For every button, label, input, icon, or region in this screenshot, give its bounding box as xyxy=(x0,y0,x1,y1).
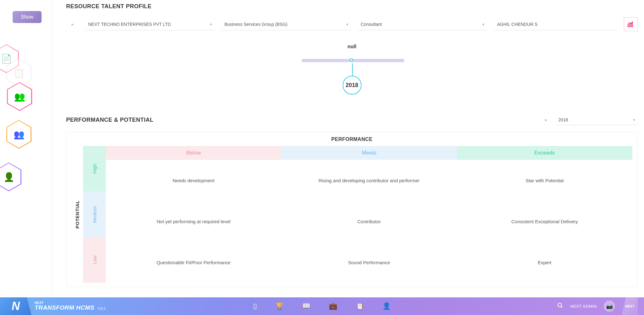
footer-icon-2[interactable]: 🏆 xyxy=(275,302,284,310)
group-dropdown[interactable]: Business Services Group (BSG) xyxy=(221,19,351,30)
row-label-low: Low xyxy=(83,237,106,283)
footer-icon-4[interactable]: 💼 xyxy=(329,302,337,310)
chart-icon[interactable] xyxy=(624,17,638,31)
cell-med-exceeds[interactable]: Consistent Exceptional Delivery xyxy=(457,201,632,242)
main-content: RESOURCE TALENT PROFILE » NEXT TECHNO EN… xyxy=(66,3,638,287)
footer-icon-3[interactable]: 📖 xyxy=(302,302,311,310)
search-icon[interactable] xyxy=(557,302,563,310)
section-title-profile: RESOURCE TALENT PROFILE xyxy=(66,3,638,10)
col-header-meets: Meets xyxy=(281,146,457,160)
person-input[interactable] xyxy=(494,19,618,30)
timeline: 2018 xyxy=(66,59,638,95)
role-dropdown[interactable]: Consultant xyxy=(358,19,488,30)
cell-low-below[interactable]: Questionable Fit/Poor Performance xyxy=(106,242,281,283)
footer-icon-1[interactable]: ▯ xyxy=(253,302,257,310)
footer-corner-logo: NEXT xyxy=(622,297,638,315)
footer-brand-main: TRANSFORM HCMS xyxy=(35,304,94,311)
row-label-medium: Medium xyxy=(83,192,106,237)
timeline-year[interactable]: 2018 xyxy=(343,76,362,95)
timeline-connector xyxy=(352,63,353,76)
footer: N NEXT TRANSFORM HCMS V.0.1 ▯ 🏆 📖 💼 📋 👤 … xyxy=(0,297,644,315)
cell-low-meets[interactable]: Sound Performance xyxy=(281,242,457,283)
col-headers: Below Meets Exceeds xyxy=(106,146,632,160)
null-label: null xyxy=(66,44,638,50)
nav-hex-2[interactable] xyxy=(7,82,32,111)
footer-nav-icons: ▯ 🏆 📖 💼 📋 👤 xyxy=(253,302,391,310)
cell-high-meets[interactable]: Rising and developing contributor and pe… xyxy=(281,160,457,201)
row-label-high: High xyxy=(83,146,106,192)
row-labels: High Medium Low xyxy=(83,146,106,283)
nav-hex-3[interactable] xyxy=(6,120,31,149)
timeline-dot[interactable] xyxy=(350,58,353,61)
col-header-below: Below xyxy=(106,146,281,160)
company-dropdown[interactable]: NEXT TECHNO ENTERPRISES PVT LTD xyxy=(85,19,215,30)
filter-row: » NEXT TECHNO ENTERPRISES PVT LTD Busine… xyxy=(66,17,638,31)
footer-icon-6[interactable]: 👤 xyxy=(382,302,391,310)
cell-med-meets[interactable]: Contributor xyxy=(281,201,457,242)
chevron-right-icon-2[interactable]: » xyxy=(539,114,552,126)
col-header-exceeds: Exceeds xyxy=(457,146,632,160)
section-title-performance: PERFORMANCE & POTENTIAL xyxy=(66,117,154,123)
admin-label: NEXT ADMIN xyxy=(570,304,597,309)
nav-hex-4[interactable] xyxy=(0,162,21,191)
grid-title-performance: PERFORMANCE xyxy=(71,137,632,142)
footer-right: NEXT ADMIN 📷 NEXT xyxy=(557,297,644,315)
year-dropdown[interactable]: 2018 xyxy=(556,115,638,125)
chevron-right-icon[interactable]: » xyxy=(66,18,79,31)
svg-rect-0 xyxy=(628,25,629,27)
show-button[interactable]: Show xyxy=(13,11,42,23)
footer-version: V.0.1 xyxy=(98,306,105,310)
sidebar-divider xyxy=(52,0,52,296)
svg-point-3 xyxy=(558,303,561,307)
footer-icon-5[interactable]: 📋 xyxy=(356,302,364,310)
avatar[interactable]: 📷 xyxy=(604,300,615,312)
timeline-bar[interactable] xyxy=(302,59,402,62)
svg-line-4 xyxy=(561,306,562,307)
nine-box-grid: PERFORMANCE POTENTIAL High Medium Low Be… xyxy=(66,132,638,287)
cell-low-exceeds[interactable]: Expert xyxy=(457,242,632,283)
performance-header: PERFORMANCE & POTENTIAL » 2018 xyxy=(66,114,638,126)
cell-med-below[interactable]: Not yet performing at required level xyxy=(106,201,281,242)
svg-rect-1 xyxy=(630,23,631,27)
footer-brand: NEXT TRANSFORM HCMS V.0.1 xyxy=(35,301,105,311)
footer-logo[interactable]: N xyxy=(0,297,31,315)
cell-high-below[interactable]: Needs development xyxy=(106,160,281,201)
sidebar: Show xyxy=(0,0,54,296)
cell-high-exceeds[interactable]: Star with Potential xyxy=(457,160,632,201)
grid-title-potential: POTENTIAL xyxy=(71,146,83,283)
